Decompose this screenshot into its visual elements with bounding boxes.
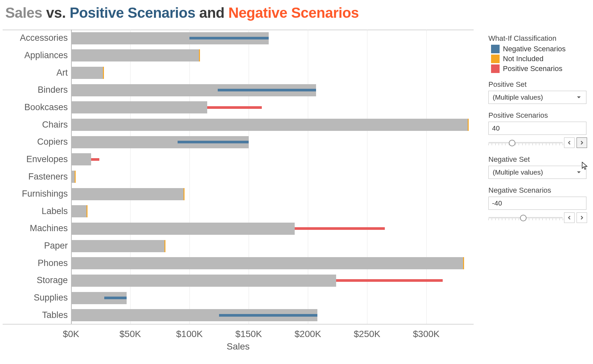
category-label: Labels [3, 206, 68, 216]
negative-set-value: (Multiple values) [489, 168, 543, 176]
bar-base[interactable] [71, 240, 164, 252]
category-label: Chairs [3, 120, 68, 130]
bar-scenario-overlay[interactable] [336, 279, 443, 282]
dropdown-icon [574, 91, 584, 104]
slider-thumb[interactable] [520, 215, 527, 221]
x-tick-label: $200K [295, 329, 321, 339]
legend-label: Positive Scenarios [503, 64, 562, 73]
category-label: Binders [3, 85, 68, 95]
bar-end-tick [86, 205, 87, 217]
bar-end-tick [468, 119, 469, 131]
legend-label: Not Included [503, 55, 544, 63]
legend: Negative ScenariosNot IncludedPositive S… [488, 45, 587, 73]
title-positive: Positive Scenarios [70, 5, 195, 21]
category-label: Copiers [3, 137, 68, 147]
x-tick-label: $150K [235, 329, 262, 339]
bar-scenario-overlay[interactable] [104, 297, 127, 299]
positive-scenarios-value: 40 [489, 124, 500, 132]
negative-decrement-button[interactable] [564, 212, 575, 223]
legend-swatch [491, 55, 500, 63]
bar-scenario-overlay[interactable] [218, 89, 316, 91]
category-label: Phones [3, 258, 68, 268]
bar-base[interactable] [71, 119, 468, 131]
bar-end-tick [184, 188, 185, 200]
category-label: Art [3, 68, 68, 78]
category-label: Fasteners [3, 172, 68, 182]
negative-scenarios-value: -40 [489, 199, 502, 207]
legend-label: Negative Scenarios [503, 45, 566, 53]
category-label: Furnishings [3, 189, 68, 199]
bar-base[interactable] [71, 188, 184, 200]
bar-end-tick [164, 240, 165, 252]
category-label: Tables [3, 310, 68, 320]
bar-base[interactable] [71, 275, 336, 287]
chart-border-bottom [3, 324, 474, 325]
positive-set-select[interactable]: (Multiple values) [488, 91, 586, 104]
positive-set-label: Positive Set [488, 80, 587, 89]
category-label: Accessories [3, 33, 68, 43]
category-label: Paper [3, 241, 68, 251]
plot-area [71, 30, 474, 324]
x-tick-label: $100K [176, 329, 203, 339]
bar-scenario-overlay[interactable] [295, 227, 385, 230]
control-panel: What-If Classification Negative Scenario… [488, 34, 587, 223]
x-tick-label: $50K [119, 329, 141, 339]
bar-base[interactable] [71, 171, 75, 183]
category-label: Envelopes [3, 154, 68, 164]
negative-scenarios-input[interactable]: -40 [488, 197, 586, 210]
positive-scenarios-label: Positive Scenarios [488, 111, 587, 120]
x-tick-label: $300K [413, 329, 440, 339]
x-axis-title: Sales [3, 341, 474, 352]
bar-end-tick [75, 171, 76, 183]
legend-heading: What-If Classification [488, 34, 587, 43]
bar-base[interactable] [71, 257, 463, 269]
bar-scenario-overlay[interactable] [207, 106, 262, 109]
positive-decrement-button[interactable] [564, 137, 575, 148]
title-negative: Negative Scenarios [228, 5, 359, 21]
positive-set-value: (Multiple values) [489, 93, 543, 101]
title-vs: vs. [46, 5, 66, 21]
legend-item[interactable]: Not Included [491, 55, 587, 63]
legend-swatch [491, 45, 500, 53]
bar-end-tick [199, 49, 200, 61]
negative-scenarios-label: Negative Scenarios [488, 186, 587, 195]
bar-base[interactable] [71, 67, 103, 79]
bar-base[interactable] [71, 101, 207, 113]
category-label: Appliances [3, 50, 68, 61]
bar-scenario-overlay[interactable] [178, 141, 249, 143]
category-label: Machines [3, 223, 68, 233]
negative-increment-button[interactable] [577, 212, 587, 223]
bar-base[interactable] [71, 49, 199, 61]
bar-base[interactable] [71, 205, 86, 217]
legend-item[interactable]: Positive Scenarios [491, 64, 587, 73]
title-sales: Sales [5, 5, 42, 21]
positive-scenarios-slider[interactable] [488, 139, 562, 147]
bar-end-tick [463, 257, 464, 269]
x-tick-label: $0K [63, 329, 79, 339]
negative-scenarios-slider[interactable] [488, 214, 562, 222]
bar-scenario-overlay[interactable] [91, 158, 99, 161]
slider-ticks [488, 143, 563, 146]
title-and: and [199, 5, 225, 21]
positive-scenarios-input[interactable]: 40 [488, 122, 586, 135]
bar-scenario-overlay[interactable] [219, 314, 317, 317]
chart-title: Sales vs. Positive Scenarios and Negativ… [5, 5, 359, 21]
legend-item[interactable]: Negative Scenarios [491, 45, 587, 53]
x-tick-label: $250K [354, 329, 381, 339]
category-label: Bookcases [3, 102, 68, 112]
negative-set-select[interactable]: (Multiple values) [488, 166, 586, 179]
slider-thumb[interactable] [509, 140, 515, 146]
bar-end-tick [103, 67, 104, 79]
dropdown-icon [574, 166, 584, 179]
negative-set-label: Negative Set [488, 155, 587, 164]
category-label: Storage [3, 275, 68, 285]
chart-area: Sales $0K$50K$100K$150K$200K$250K$300KAc… [3, 30, 476, 352]
bar-base[interactable] [71, 223, 295, 235]
category-label: Supplies [3, 293, 68, 303]
bar-scenario-overlay[interactable] [189, 37, 269, 39]
bar-base[interactable] [71, 153, 91, 165]
legend-swatch [491, 64, 500, 73]
positive-increment-button[interactable] [577, 137, 587, 148]
